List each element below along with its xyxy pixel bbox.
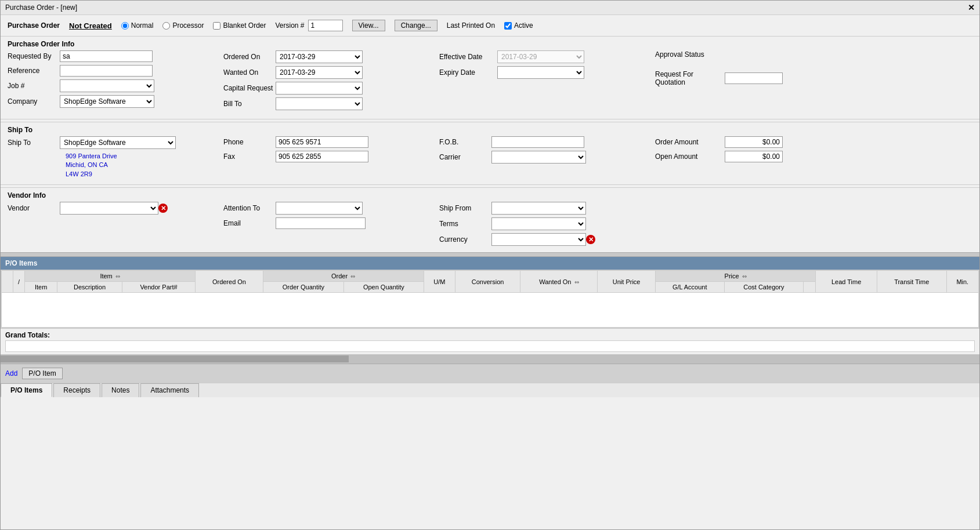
resize-item-group[interactable]: ⇔ [115,273,120,279]
po-item-button[interactable]: P/O Item [22,368,62,379]
vendor-info-title: Vendor Info [8,191,972,199]
active-label: Active [514,21,533,30]
attention-to-select[interactable] [276,202,363,215]
effective-date-label: Effective Date [439,53,497,61]
phone-input[interactable] [276,136,368,148]
vendor-info-section: Vendor Info Vendor ✕ Attention To Email [1,187,979,252]
th-lead-time: Lead Time [816,271,877,293]
items-table: / Item ⇔ Ordered On Order ⇔ [1,270,979,328]
open-amount-input [725,151,783,162]
po-items-section: P/O Items / Item ⇔ Ordered On [1,257,979,364]
po-info-section-title: Purchase Order Info [8,40,972,48]
ship-from-label: Ship From [439,204,491,212]
th-item: Item [25,282,57,293]
blanket-order-checkbox-group[interactable]: Blanket Order [213,21,266,30]
resize-price-group[interactable]: ⇔ [742,273,747,279]
last-printed-label: Last Printed On [447,21,495,30]
bill-to-select[interactable] [276,97,363,110]
th-conversion: Conversion [455,271,520,293]
tab-attachments[interactable]: Attachments [140,383,199,397]
terms-label: Terms [439,220,491,228]
grand-totals-value [5,340,975,352]
rfq-input[interactable] [725,72,783,84]
th-order-quantity: Order Quantity [263,282,343,293]
horizontal-scrollbar[interactable] [1,354,979,364]
vendor-select[interactable] [60,202,158,215]
email-input[interactable] [276,217,366,229]
carrier-label: Carrier [439,153,491,161]
empty-row-cell [2,293,979,328]
window-title: Purchase Order - [new] [5,3,77,12]
currency-select[interactable] [491,233,586,246]
expiry-date-label: Expiry Date [439,68,497,77]
view-button[interactable]: View... [352,20,385,31]
expiry-date-select[interactable] [497,66,584,79]
tab-receipts[interactable]: Receipts [53,383,100,397]
version-input[interactable]: 1 [308,20,343,31]
vendor-col2: Attention To Email [223,202,438,249]
address-line3: L4W 2R9 [66,170,222,179]
th-item-group: Item ⇔ [25,271,196,282]
job-select[interactable] [60,79,154,92]
grand-totals-label: Grand Totals: [5,331,50,339]
radio-normal-input[interactable] [121,22,129,30]
po-items-header: P/O Items [1,257,979,270]
th-description: Description [57,282,122,293]
carrier-select[interactable] [491,151,586,164]
fax-input[interactable] [276,151,368,162]
vendor-col1: Vendor ✕ [8,202,222,249]
title-bar: Purchase Order - [new] ✕ [1,1,979,15]
capital-request-select[interactable] [276,82,363,95]
th-price-extra [804,282,816,293]
terms-select[interactable] [491,217,586,230]
radio-processor[interactable]: Processor [162,21,204,30]
email-row: Email [223,217,438,229]
divider1 [1,119,979,119]
items-table-container[interactable]: / Item ⇔ Ordered On Order ⇔ [1,270,979,328]
po-info-col2: Ordered On 2017-03-29 Wanted On 2017-03-… [223,50,438,113]
fax-label: Fax [223,153,276,161]
th-um: U/M [424,271,455,293]
active-checkbox-group[interactable]: Active [504,21,533,30]
ship-from-select[interactable] [491,202,586,215]
attention-to-row: Attention To [223,202,438,215]
add-link[interactable]: Add [5,369,17,377]
po-info-col3: Effective Date 2017-03-29 Expiry Date [439,50,654,113]
vendor-clear-button[interactable]: ✕ [158,204,168,213]
open-amount-row: Open Amount [655,151,858,162]
ship-to-section: Ship To Ship To ShopEdge Software 909 Pa… [1,122,979,182]
vendor-col3: Ship From Terms Currency ✕ [439,202,654,249]
change-button[interactable]: Change... [395,20,437,31]
resize-wanted-on[interactable]: ⇔ [574,279,579,285]
attention-to-label: Attention To [223,204,276,212]
radio-processor-input[interactable] [162,22,170,30]
requested-by-input[interactable] [60,50,153,62]
rfq-row: Request For Quotation [655,70,858,86]
scrollbar-thumb[interactable] [1,355,349,362]
tab-notes[interactable]: Notes [102,383,139,397]
carrier-row: Carrier [439,151,654,164]
close-button[interactable]: ✕ [968,3,975,12]
currency-clear-button[interactable]: ✕ [586,235,595,244]
active-checkbox[interactable] [504,22,512,30]
th-order-group: Order ⇔ [263,271,424,282]
reference-input[interactable] [60,65,153,77]
reference-label: Reference [8,67,60,75]
blanket-order-label: Blanket Order [223,21,266,30]
company-select[interactable]: ShopEdge Software [60,95,154,108]
ship-to-select[interactable]: ShopEdge Software [60,136,176,149]
fob-input[interactable] [491,136,584,148]
ordered-on-select[interactable]: 2017-03-29 [276,50,363,63]
ship-to-grid: Ship To ShopEdge Software 909 Pantera Dr… [8,136,972,179]
resize-order-group[interactable]: ⇔ [350,273,355,279]
tab-po-items[interactable]: P/O Items [1,383,52,397]
wanted-on-select[interactable]: 2017-03-29 [276,66,363,79]
job-label: Job # [8,82,60,90]
radio-normal[interactable]: Normal [121,21,154,30]
po-info-col4: Approval Status Request For Quotation [655,50,858,113]
blanket-order-checkbox[interactable] [213,22,220,30]
company-row: Company ShopEdge Software [8,95,222,108]
capital-request-row: Capital Request [223,82,438,95]
main-window: Purchase Order - [new] ✕ Purchase Order … [0,0,980,530]
open-amount-label: Open Amount [655,153,725,161]
